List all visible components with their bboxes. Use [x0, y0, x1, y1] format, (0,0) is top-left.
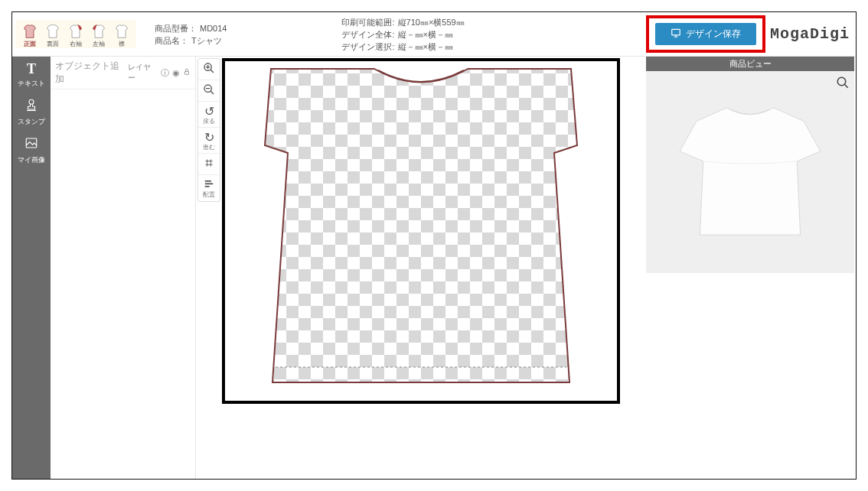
whole-label: デザイン全体: — [341, 28, 394, 41]
print-value: 縦710㎜×横559㎜ — [398, 16, 465, 28]
redo-icon: ↻ — [204, 130, 214, 145]
add-stamp-tool[interactable]: スタンプ — [12, 93, 51, 132]
top-bar: 正面 裏面 右袖 左袖 — [12, 12, 856, 57]
add-image-tool[interactable]: マイ画像 — [12, 132, 51, 170]
image-icon — [12, 136, 51, 154]
save-icon — [671, 28, 681, 41]
product-preview — [646, 71, 854, 273]
undo-icon: ↺ — [204, 104, 214, 119]
text-icon: T — [12, 61, 51, 77]
print-label: 印刷可能範囲: — [341, 16, 394, 28]
save-highlight: デザイン保存 — [646, 15, 765, 53]
svg-rect-8 — [205, 186, 210, 187]
object-panel: オブジェクト追加 レイヤー ⓘ ◉ — [51, 57, 196, 479]
view-back[interactable]: 裏面 — [41, 23, 64, 48]
view-label: 襟 — [119, 40, 125, 48]
shirt-back-icon — [44, 23, 61, 40]
add-text-tool[interactable]: T テキスト — [12, 57, 51, 93]
sel-label: デザイン選択: — [341, 41, 394, 53]
zoom-out-icon — [203, 83, 215, 99]
redo-label: 進む — [203, 145, 215, 151]
zoom-in-icon — [203, 62, 215, 77]
visibility-icon[interactable]: ◉ — [172, 68, 180, 78]
undo-button[interactable]: ↺戻る — [198, 102, 220, 128]
model-value: MD014 — [200, 22, 227, 34]
whole-value: 縦－㎜×横－㎜ — [398, 28, 453, 41]
logo: MogaDigi — [770, 25, 850, 43]
name-label: 商品名： — [155, 34, 188, 47]
grid-button[interactable] — [198, 154, 220, 175]
shirt-left-sleeve-icon — [90, 23, 107, 40]
svg-rect-6 — [205, 180, 211, 182]
shirt-template-icon — [225, 61, 617, 401]
redo-button[interactable]: ↻進む — [198, 128, 220, 154]
view-front[interactable]: 正面 — [18, 23, 41, 48]
shirt-collar-icon — [113, 23, 130, 40]
undo-label: 戻る — [203, 119, 215, 125]
save-design-button[interactable]: デザイン保存 — [655, 23, 756, 45]
zoom-out-button[interactable] — [198, 80, 220, 102]
view-label: 右袖 — [70, 40, 82, 48]
left-sidebar: T テキスト スタンプ マイ画像 — [12, 57, 51, 479]
svg-rect-3 — [185, 72, 189, 75]
view-label: 正面 — [24, 40, 36, 48]
design-canvas[interactable] — [222, 58, 620, 404]
preview-zoom-icon[interactable] — [836, 76, 850, 93]
stamp-icon — [12, 98, 51, 115]
tshirt-preview-icon — [670, 91, 830, 254]
side-label: テキスト — [18, 80, 45, 87]
canvas-toolbar: ↺戻る ↻進む 配置 — [197, 58, 220, 202]
product-view-panel: 商品ビュー — [644, 57, 856, 479]
svg-rect-7 — [205, 183, 214, 184]
save-label: デザイン保存 — [686, 28, 741, 41]
shirt-front-icon — [21, 23, 38, 40]
view-collar[interactable]: 襟 — [110, 23, 133, 48]
side-label: スタンプ — [18, 118, 45, 125]
info-icon[interactable]: ⓘ — [161, 67, 169, 79]
sel-value: 縦－㎜×横－㎜ — [398, 41, 453, 53]
canvas-column: ↺戻る ↻進む 配置 — [196, 57, 644, 479]
object-panel-title: オブジェクト追加 — [55, 60, 128, 86]
product-meta-right: 印刷可能範囲:縦710㎜×横559㎜ デザイン全体:縦－㎜×横－㎜ デザイン選択… — [341, 16, 464, 53]
zoom-in-button[interactable] — [198, 59, 220, 80]
view-left-sleeve[interactable]: 左袖 — [87, 23, 110, 48]
shirt-right-sleeve-icon — [67, 23, 84, 40]
align-label: 配置 — [203, 192, 215, 198]
lock-icon[interactable] — [183, 68, 191, 77]
grid-icon — [204, 158, 214, 171]
svg-rect-10 — [225, 61, 617, 401]
align-button[interactable]: 配置 — [198, 175, 220, 201]
view-selector: 正面 裏面 右袖 左袖 — [15, 20, 136, 48]
svg-point-1 — [29, 99, 34, 104]
svg-point-12 — [837, 77, 846, 86]
view-right-sleeve[interactable]: 右袖 — [64, 23, 87, 48]
view-label: 裏面 — [47, 40, 59, 48]
layer-label: レイヤー — [128, 62, 158, 83]
product-view-title: 商品ビュー — [646, 57, 854, 71]
view-label: 左袖 — [93, 40, 105, 48]
product-meta-left: 商品型番：MD014 商品名：Tシャツ — [155, 22, 227, 47]
align-icon — [204, 178, 214, 192]
name-value: Tシャツ — [191, 34, 222, 47]
svg-rect-0 — [672, 29, 680, 35]
side-label: マイ画像 — [18, 156, 45, 164]
model-label: 商品型番： — [155, 22, 197, 34]
